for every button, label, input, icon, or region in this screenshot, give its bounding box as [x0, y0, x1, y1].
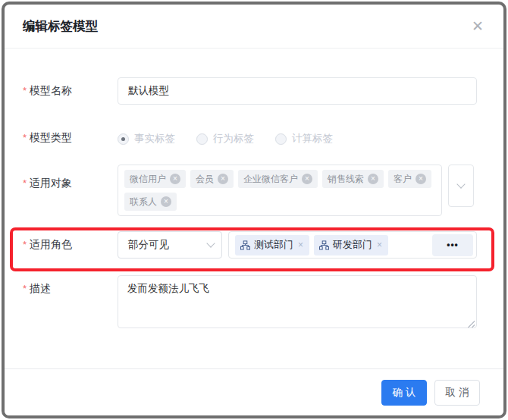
required-asterisk: *	[23, 283, 27, 294]
required-asterisk: *	[23, 85, 27, 96]
dialog-body: *模型名称 *模型类型 事实标签	[5, 49, 503, 331]
apply-objects-multiselect: 微信用户 × 会员 × 企业微信客户 ×	[118, 165, 477, 216]
model-type-label: *模型类型	[23, 130, 118, 145]
tag-close-icon[interactable]: ×	[302, 174, 312, 184]
edit-label-model-dialog: 编辑标签模型 ✕ *模型名称 *模型类型	[2, 2, 506, 418]
description-label: *描述	[23, 275, 118, 296]
form-row-model-type: *模型类型 事实标签 行为标签	[23, 130, 477, 146]
form-row-apply-objects: *适用对象 微信用户 × 会员 ×	[23, 165, 477, 216]
apply-objects-label: *适用对象	[23, 165, 118, 190]
chevron-down-icon	[206, 239, 215, 247]
model-name-label: *模型名称	[23, 77, 118, 98]
radio-label: 行为标签	[213, 132, 254, 146]
object-tag: 客户 ×	[388, 170, 431, 188]
radio-label: 事实标签	[134, 132, 175, 146]
dialog-header: 编辑标签模型 ✕	[5, 5, 503, 49]
required-asterisk: *	[23, 177, 27, 189]
required-asterisk: *	[23, 239, 27, 250]
dialog-title: 编辑标签模型	[23, 18, 98, 35]
confirm-button[interactable]: 确 认	[381, 380, 427, 406]
radio-option[interactable]: 事实标签	[118, 132, 175, 146]
object-tag: 销售线索 ×	[322, 170, 384, 188]
more-options-button[interactable]: •••	[432, 234, 473, 256]
object-tags-box[interactable]: 微信用户 × 会员 × 企业微信客户 ×	[118, 165, 442, 216]
cancel-button[interactable]: 取 消	[434, 380, 480, 406]
radio-icon	[118, 133, 129, 145]
description-textarea[interactable]: 发而发额法儿飞飞	[118, 275, 477, 328]
required-asterisk: *	[23, 132, 27, 143]
dept-tag-close-icon[interactable]: ×	[376, 240, 383, 250]
tag-close-icon[interactable]: ×	[218, 174, 228, 184]
department-tag-label: 研发部门	[333, 238, 372, 252]
object-tag-label: 客户	[394, 173, 412, 186]
form-row-description: *描述 发而发额法儿飞飞	[23, 275, 477, 331]
model-type-radio-group: 事实标签 行为标签 计算标签	[118, 130, 477, 146]
tag-close-icon[interactable]: ×	[170, 174, 180, 184]
object-tag-label: 企业微信客户	[243, 173, 298, 186]
object-tag-label: 会员	[196, 173, 214, 186]
object-tag: 微信用户 ×	[124, 170, 186, 188]
objects-dropdown-toggle[interactable]	[448, 165, 474, 207]
close-icon[interactable]: ✕	[470, 17, 485, 35]
visibility-select-value: 部分可见	[128, 238, 169, 252]
radio-icon	[275, 133, 287, 145]
dialog-footer: 确 认 取 消	[5, 368, 503, 415]
object-tag: 企业微信客户 ×	[238, 170, 318, 188]
object-tag: 联系人 ×	[124, 193, 177, 211]
tag-close-icon[interactable]: ×	[161, 196, 171, 207]
object-tag-label: 微信用户	[130, 173, 166, 186]
radio-option[interactable]: 计算标签	[275, 132, 333, 146]
radio-icon	[196, 133, 208, 145]
department-tag: 研发部门 ×	[314, 235, 388, 255]
radio-option[interactable]: 行为标签	[196, 132, 254, 146]
org-chart-icon	[240, 240, 250, 250]
form-row-model-name: *模型名称	[23, 77, 477, 105]
object-tag-label: 销售线索	[328, 173, 364, 186]
model-name-input[interactable]	[118, 77, 477, 105]
tag-close-icon[interactable]: ×	[415, 174, 426, 184]
department-tags-box[interactable]: 测试部门 ×	[228, 231, 477, 259]
form-row-apply-roles: *适用角色 部分可见	[23, 231, 477, 259]
apply-roles-label: *适用角色	[23, 231, 118, 252]
tag-close-icon[interactable]: ×	[368, 174, 378, 184]
department-tag: 测试部门 ×	[235, 235, 309, 255]
dept-tag-close-icon[interactable]: ×	[297, 240, 304, 250]
department-tag-label: 测试部门	[254, 238, 293, 252]
object-tag: 会员 ×	[190, 170, 234, 188]
chevron-down-icon	[456, 180, 465, 188]
visibility-select[interactable]: 部分可见	[118, 231, 222, 259]
radio-label: 计算标签	[292, 132, 333, 146]
object-tag-label: 联系人	[130, 196, 157, 208]
org-chart-icon	[319, 240, 329, 250]
